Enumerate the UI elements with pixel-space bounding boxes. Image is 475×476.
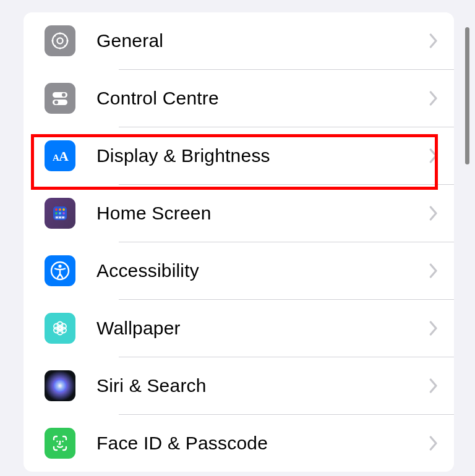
svg-point-12 <box>55 212 58 215</box>
chevron-right-icon <box>429 91 438 106</box>
siri-icon <box>45 370 75 401</box>
home-screen-icon <box>45 198 75 229</box>
svg-point-20 <box>58 265 61 268</box>
svg-point-18 <box>62 216 64 218</box>
settings-list: General Control Centre A A Display & Bri… <box>24 12 454 472</box>
toggles-icon <box>45 83 75 114</box>
accessibility-icon <box>45 255 75 286</box>
settings-item-home-screen[interactable]: Home Screen <box>24 185 454 242</box>
settings-item-label: Face ID & Passcode <box>96 433 429 454</box>
svg-point-3 <box>62 93 66 97</box>
svg-point-28 <box>56 441 58 443</box>
settings-item-siri-search[interactable]: Siri & Search <box>24 357 454 414</box>
gear-icon <box>45 25 75 56</box>
chevron-right-icon <box>429 436 438 451</box>
settings-item-label: Accessibility <box>96 260 429 281</box>
settings-item-face-id-passcode[interactable]: Face ID & Passcode <box>24 415 454 472</box>
chevron-right-icon <box>429 321 438 336</box>
svg-point-5 <box>54 101 58 104</box>
svg-point-14 <box>62 212 65 215</box>
svg-point-29 <box>62 441 64 443</box>
svg-point-13 <box>59 212 61 215</box>
settings-item-label: Home Screen <box>96 203 429 224</box>
svg-point-17 <box>59 216 61 218</box>
text-size-icon: A A <box>45 140 75 171</box>
settings-item-display-brightness[interactable]: A A Display & Brightness <box>24 127 454 184</box>
chevron-right-icon <box>429 148 438 163</box>
svg-point-9 <box>55 208 58 211</box>
settings-item-label: Control Centre <box>96 88 429 109</box>
svg-point-10 <box>59 208 61 211</box>
chevron-right-icon <box>429 33 438 48</box>
scrollbar[interactable] <box>465 27 469 164</box>
chevron-right-icon <box>429 378 438 393</box>
svg-point-16 <box>56 216 58 218</box>
settings-item-accessibility[interactable]: Accessibility <box>24 242 454 299</box>
wallpaper-icon <box>45 313 75 344</box>
settings-item-control-centre[interactable]: Control Centre <box>24 70 454 127</box>
settings-item-label: General <box>96 30 429 51</box>
settings-item-label: Display & Brightness <box>96 145 429 166</box>
chevron-right-icon <box>429 206 438 221</box>
chevron-right-icon <box>429 263 438 278</box>
settings-item-label: Wallpaper <box>96 318 429 339</box>
settings-item-general[interactable]: General <box>24 12 454 69</box>
settings-item-label: Siri & Search <box>96 375 429 396</box>
svg-point-1 <box>53 33 67 48</box>
svg-point-0 <box>57 38 62 43</box>
face-id-icon <box>45 428 75 459</box>
svg-text:A: A <box>59 148 69 164</box>
svg-point-11 <box>62 208 65 211</box>
settings-item-wallpaper[interactable]: Wallpaper <box>24 300 454 357</box>
